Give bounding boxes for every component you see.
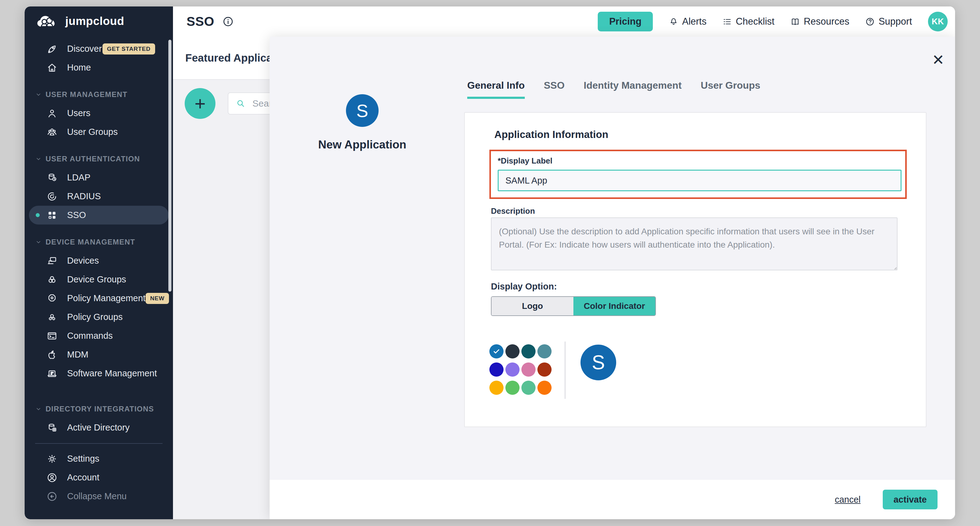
color-swatch-8[interactable] — [489, 381, 504, 395]
sidebar-item-policy-groups[interactable]: Policy Groups — [29, 308, 169, 327]
sidebar-item-users[interactable]: Users — [29, 104, 169, 123]
sidebar-item-mdm[interactable]: MDM — [29, 345, 169, 364]
sidebar-section-device-management[interactable]: DEVICE MANAGEMENT — [25, 233, 173, 251]
sidebar-item-home[interactable]: Home — [29, 58, 169, 77]
checklist-icon — [722, 17, 732, 27]
display-option-toggle: LogoColor Indicator — [491, 296, 656, 316]
color-swatch-2[interactable] — [522, 344, 536, 359]
sidebar-item-radius[interactable]: RADIUS — [29, 187, 169, 206]
info-icon[interactable] — [222, 16, 234, 27]
book-icon — [791, 17, 800, 27]
activate-button[interactable]: activate — [883, 490, 937, 509]
color-swatch-5[interactable] — [505, 362, 520, 377]
application-name: New Application — [285, 138, 439, 151]
cancel-button[interactable]: cancel — [835, 494, 861, 505]
chevron-down-icon — [35, 156, 42, 162]
color-swatch-3[interactable] — [538, 344, 552, 359]
tab-general-info[interactable]: General Info — [467, 80, 525, 99]
header-action-alerts[interactable]: Alerts — [669, 16, 706, 27]
sidebar-item-ldap[interactable]: LDAP — [29, 168, 169, 187]
color-swatch-7[interactable] — [538, 362, 552, 377]
color-swatch-0-selected[interactable] — [489, 344, 504, 359]
sidebar-item-label: Home — [67, 62, 91, 73]
active-directory-icon — [46, 422, 58, 434]
sidebar-scrollbar[interactable] — [169, 40, 172, 292]
chevron-down-icon — [35, 406, 42, 412]
application-avatar: S — [346, 94, 379, 127]
sidebar-item-software-management[interactable]: Software Management — [29, 364, 169, 383]
sidebar-item-label: Settings — [67, 454, 99, 464]
search-icon — [236, 99, 246, 108]
header-action-support[interactable]: Support — [865, 16, 912, 27]
sidebar-item-active-directory[interactable]: Active Directory — [29, 418, 169, 437]
sidebar-item-devices[interactable]: Devices — [29, 251, 169, 270]
device-groups-icon — [46, 274, 58, 285]
sidebar-item-label: Discover — [67, 44, 102, 54]
user-avatar[interactable]: KK — [928, 12, 948, 32]
modal-tabs: General InfoSSOIdentity ManagementUser G… — [467, 80, 760, 99]
color-swatch-10[interactable] — [522, 381, 536, 395]
display-option-color-indicator[interactable]: Color Indicator — [573, 297, 655, 316]
sidebar-section-directory-integrations[interactable]: DIRECTORY INTEGRATIONS — [25, 399, 173, 418]
page-title-wrap: SSO — [186, 6, 234, 37]
sidebar-section-title: DIRECTORY INTEGRATIONS — [46, 405, 154, 413]
ldap-icon — [46, 172, 58, 183]
color-swatch-1[interactable] — [505, 344, 520, 359]
header-action-resources[interactable]: Resources — [791, 16, 849, 27]
sidebar-item-label: Collapse Menu — [67, 491, 127, 501]
chevron-down-icon — [35, 239, 42, 245]
sidebar-item-discover[interactable]: DiscoverGET STARTED — [29, 40, 169, 58]
sidebar-item-label: Active Directory — [67, 422, 130, 433]
top-header: SSO Pricing AlertsChecklistResourcesSupp… — [173, 6, 955, 37]
sidebar-item-policy-management[interactable]: Policy ManagementNEW — [29, 289, 169, 308]
header-action-label: Alerts — [682, 16, 706, 27]
display-option-label: Display Option: — [491, 282, 557, 292]
tab-identity-management[interactable]: Identity Management — [584, 80, 681, 99]
sidebar-badge: GET STARTED — [102, 43, 155, 54]
question-icon — [865, 17, 875, 27]
sidebar-item-label: Software Management — [67, 368, 157, 378]
display-option-logo[interactable]: Logo — [492, 297, 573, 316]
sidebar-section-user-management[interactable]: USER MANAGEMENT — [25, 85, 173, 104]
display-label-input[interactable] — [498, 170, 902, 191]
chevron-down-icon — [35, 91, 42, 98]
sidebar-section-title: USER MANAGEMENT — [46, 90, 127, 99]
color-swatch-11[interactable] — [538, 381, 552, 395]
header-action-label: Support — [878, 16, 912, 27]
sidebar-item-commands[interactable]: Commands — [29, 327, 169, 345]
sidebar-item-settings[interactable]: Settings — [29, 449, 169, 468]
tab-sso[interactable]: SSO — [544, 80, 565, 99]
rocket-icon — [46, 43, 58, 55]
header-action-label: Checklist — [736, 16, 775, 27]
close-icon[interactable]: ✕ — [930, 52, 946, 68]
add-application-button[interactable]: + — [185, 88, 215, 119]
terminal-icon — [46, 330, 58, 342]
sidebar-item-label: Device Groups — [67, 274, 126, 285]
sidebar: jumpcloud DiscoverGET STARTEDHomeUSER MA… — [25, 6, 173, 519]
header-action-label: Resources — [803, 16, 849, 27]
sidebar-section-user-authentication[interactable]: USER AUTHENTICATION — [25, 149, 173, 168]
pricing-button[interactable]: Pricing — [598, 12, 653, 32]
sidebar-item-label: RADIUS — [67, 191, 101, 201]
swatch-preview-divider — [565, 341, 566, 399]
sidebar-item-device-groups[interactable]: Device Groups — [29, 270, 169, 289]
collapse-icon — [46, 491, 58, 502]
color-preview-circle: S — [581, 344, 616, 380]
logo-wordmark: jumpcloud — [65, 15, 124, 28]
color-swatch-4[interactable] — [489, 362, 504, 377]
sidebar-item-account[interactable]: Account — [29, 468, 169, 487]
app-window: SSO Pricing AlertsChecklistResourcesSupp… — [25, 6, 955, 519]
gear-icon — [46, 453, 58, 465]
sidebar-item-user-groups[interactable]: User Groups — [29, 123, 169, 141]
header-action-checklist[interactable]: Checklist — [722, 16, 775, 27]
color-swatch-6[interactable] — [522, 362, 536, 377]
description-textarea[interactable] — [491, 217, 897, 270]
color-swatch-9[interactable] — [505, 381, 520, 395]
sidebar-item-collapse-menu[interactable]: Collapse Menu — [29, 487, 169, 506]
sidebar-item-label: Devices — [67, 256, 99, 266]
modal-footer: cancel activate — [270, 480, 955, 519]
sidebar-item-sso[interactable]: SSO — [29, 206, 169, 225]
check-icon — [492, 347, 501, 356]
tab-user-groups[interactable]: User Groups — [701, 80, 760, 99]
software-icon — [46, 368, 58, 379]
